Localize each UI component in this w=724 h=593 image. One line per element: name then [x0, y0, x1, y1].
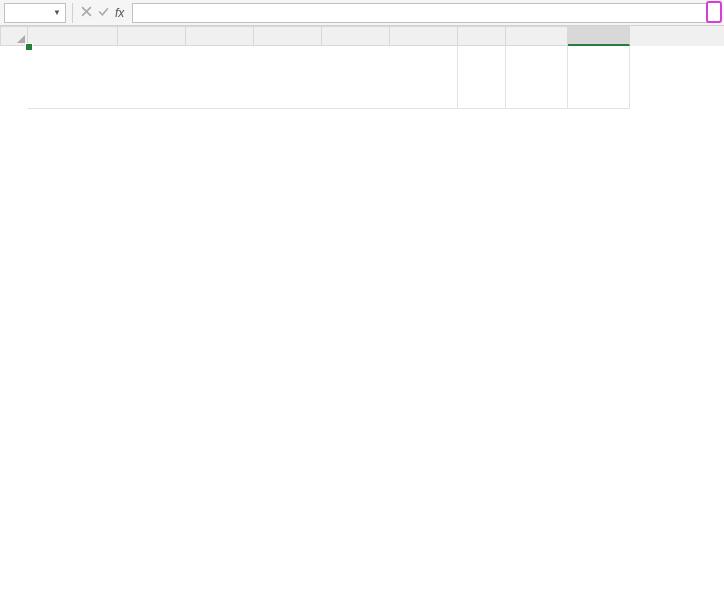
cell[interactable]: [506, 46, 568, 109]
row-headers: [0, 46, 28, 67]
col-header[interactable]: [118, 26, 186, 46]
separator: [72, 3, 73, 23]
col-header[interactable]: [322, 26, 390, 46]
fx-icon[interactable]: fx: [113, 6, 126, 20]
col-header[interactable]: [28, 26, 118, 46]
col-header[interactable]: [506, 26, 568, 46]
cells-area[interactable]: [28, 46, 630, 67]
name-box[interactable]: ▼: [4, 3, 66, 23]
cancel-icon[interactable]: [79, 6, 94, 20]
cell[interactable]: [568, 46, 630, 109]
formula-bar-input[interactable]: [132, 3, 720, 23]
col-header[interactable]: [390, 26, 458, 46]
title-box: [28, 46, 458, 109]
select-all-corner[interactable]: [0, 26, 28, 46]
col-header[interactable]: [186, 26, 254, 46]
spreadsheet-grid: [0, 26, 724, 67]
cell[interactable]: [458, 46, 506, 109]
chevron-down-icon[interactable]: ▼: [53, 8, 61, 17]
col-header[interactable]: [458, 26, 506, 46]
formula-bar-buttons: fx: [79, 6, 126, 20]
accept-icon[interactable]: [96, 6, 111, 20]
col-header[interactable]: [254, 26, 322, 46]
column-headers: [0, 26, 724, 46]
formula-highlight-box: [706, 1, 722, 23]
formula-bar-row: ▼ fx: [0, 0, 724, 26]
col-header[interactable]: [568, 26, 630, 46]
